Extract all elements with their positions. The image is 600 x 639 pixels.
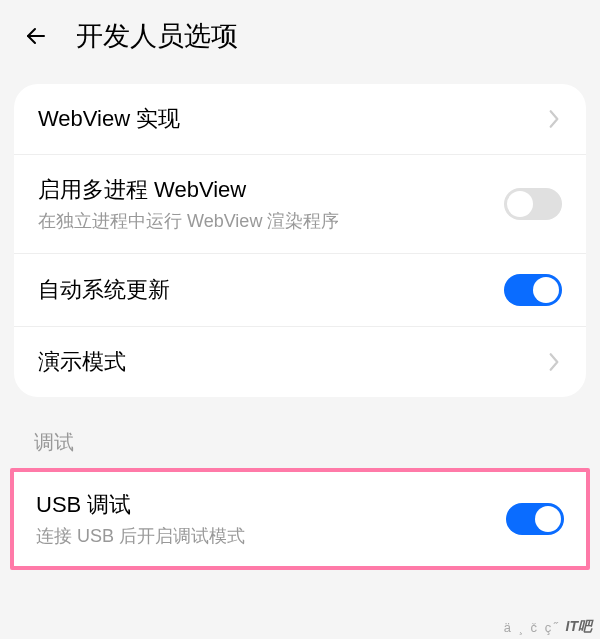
toggle-knob: [535, 506, 561, 532]
chevron-right-icon: [546, 107, 562, 131]
usb-debug-highlighted: USB 调试 连接 USB 后开启调试模式: [10, 468, 590, 570]
multiprocess-webview-row[interactable]: 启用多进程 WebView 在独立进程中运行 WebView 渲染程序: [14, 155, 586, 254]
row-title: USB 调试: [36, 490, 506, 520]
webview-implementation-row[interactable]: WebView 实现: [14, 84, 586, 155]
demo-mode-row[interactable]: 演示模式: [14, 327, 586, 397]
auto-system-update-row[interactable]: 自动系统更新: [14, 254, 586, 327]
toggle-knob: [507, 191, 533, 217]
chevron-right-icon: [546, 350, 562, 374]
row-desc: 连接 USB 后开启调试模式: [36, 524, 506, 548]
usb-debug-row[interactable]: USB 调试 连接 USB 后开启调试模式: [14, 472, 586, 566]
row-title: 启用多进程 WebView: [38, 175, 504, 205]
debug-section-label: 调试: [34, 429, 600, 456]
arrow-left-icon: [24, 24, 48, 48]
watermark-text: ä ¸ č ç˝: [504, 620, 560, 635]
settings-group: WebView 实现 启用多进程 WebView 在独立进程中运行 WebVie…: [14, 84, 586, 397]
back-button[interactable]: [20, 20, 52, 52]
row-desc: 在独立进程中运行 WebView 渲染程序: [38, 209, 504, 233]
row-title: 演示模式: [38, 347, 546, 377]
row-title: WebView 实现: [38, 104, 546, 134]
usb-debug-toggle[interactable]: [506, 503, 564, 535]
page-title: 开发人员选项: [76, 18, 238, 54]
row-title: 自动系统更新: [38, 275, 504, 305]
toggle-knob: [533, 277, 559, 303]
watermark: ä ¸ č ç˝ IT吧: [504, 618, 592, 636]
multiprocess-webview-toggle[interactable]: [504, 188, 562, 220]
watermark-logo: IT吧: [566, 618, 592, 636]
auto-system-update-toggle[interactable]: [504, 274, 562, 306]
